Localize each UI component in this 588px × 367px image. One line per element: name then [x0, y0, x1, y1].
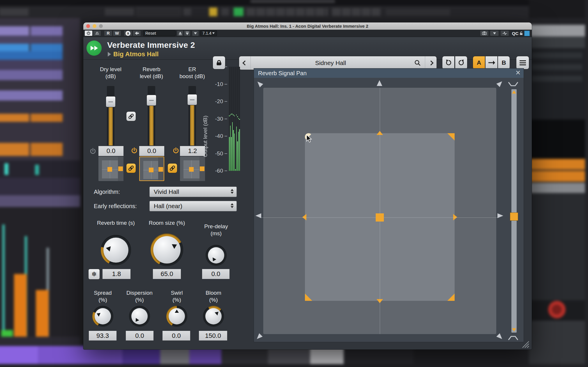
pan-center-handle[interactable]	[376, 213, 384, 222]
undo-icon	[445, 59, 452, 66]
previous-preset-button[interactable]	[177, 30, 183, 36]
write-automation-button[interactable]: W	[113, 30, 121, 36]
reverb-time-value[interactable]: 1.8	[103, 269, 130, 279]
region-edge-handle-right[interactable]	[453, 214, 457, 220]
region-corner-handle-bottom-right[interactable]	[447, 294, 455, 301]
preset-search-button[interactable]	[410, 56, 425, 70]
browse-next-button[interactable]	[425, 56, 437, 70]
dispersion-value[interactable]: 0.0	[126, 331, 153, 340]
height-slider-handle[interactable]	[510, 213, 518, 221]
pre-delay-knob[interactable]	[206, 245, 227, 266]
swirl-value[interactable]: 0.0	[163, 331, 190, 340]
er-power-toggle[interactable]	[172, 147, 180, 156]
room-size-value[interactable]: 65.0	[153, 269, 181, 279]
pan-position-handle[interactable]	[149, 168, 153, 172]
reverb-fader-handle[interactable]	[146, 95, 156, 106]
region-edge-handle-left[interactable]	[302, 214, 306, 220]
height-speakers-bottom-icon[interactable]	[508, 335, 518, 340]
read-automation-button[interactable]: R	[104, 30, 112, 36]
pan-position-handle[interactable]	[107, 167, 112, 172]
speaker-top-left-icon[interactable]	[255, 79, 264, 89]
ab-compare-a-button[interactable]: A	[473, 56, 485, 69]
plugin-power-button[interactable]	[84, 30, 93, 36]
signal-pulse-icon	[502, 31, 507, 36]
speaker-top-right-icon[interactable]	[495, 79, 505, 88]
qc-lock-button[interactable]	[519, 31, 524, 37]
preset-menu-button[interactable]	[192, 30, 199, 36]
link-dry-reverb-button[interactable]	[126, 111, 136, 121]
zoom-window-button[interactable]	[99, 24, 103, 28]
close-panel-icon[interactable]: ✕	[515, 69, 521, 77]
freeze-button[interactable]: ❄	[88, 269, 100, 280]
reverb-time-label: Reverb time (s)	[90, 220, 142, 226]
bg-block	[532, 52, 582, 58]
reverb-time-knob[interactable]	[101, 235, 131, 265]
reverb-level-value[interactable]: 0.0	[139, 146, 164, 156]
close-window-button[interactable]	[86, 24, 90, 28]
main-menu-button[interactable]	[516, 56, 529, 69]
resize-grip[interactable]	[521, 340, 529, 348]
speaker-bottom-right-icon[interactable]	[495, 332, 505, 342]
bg-block	[0, 8, 29, 16]
er-fader-handle[interactable]	[187, 94, 197, 105]
dry-pan-widget[interactable]	[98, 157, 123, 181]
automation-a-button[interactable]: a	[124, 30, 132, 36]
bypass-button[interactable]	[93, 30, 101, 36]
height-handle[interactable]	[158, 167, 163, 172]
plugin-window: Big Atmos Hall: Ins. 1 - Acon Digital Ve…	[83, 22, 532, 350]
snapshot-menu-button[interactable]	[490, 30, 499, 36]
next-preset-button[interactable]	[184, 30, 190, 36]
sidechain-button[interactable]	[500, 30, 509, 36]
redo-button[interactable]	[455, 56, 467, 69]
bloom-value[interactable]: 150.0	[199, 331, 227, 340]
bg-block	[0, 44, 29, 51]
ab-compare-b-button[interactable]: B	[498, 56, 510, 69]
spread-knob[interactable]	[92, 306, 113, 327]
pre-delay-value[interactable]: 0.0	[202, 269, 229, 279]
height-speakers-top-icon[interactable]	[508, 82, 518, 87]
early-reflections-select[interactable]: Hall (near)	[149, 201, 237, 211]
bloom-knob[interactable]	[203, 306, 224, 327]
link-pan-reverb-er-button[interactable]	[167, 163, 177, 173]
qc-focus-indicator[interactable]	[524, 31, 530, 36]
reverb-power-toggle[interactable]	[130, 147, 138, 156]
region-corner-handle-bottom-left[interactable]	[305, 294, 312, 301]
browse-previous-button[interactable]	[239, 56, 250, 70]
preset-name-text: Reset	[145, 31, 156, 36]
height-handle[interactable]	[118, 166, 123, 171]
spread-value[interactable]: 93.3	[89, 331, 116, 340]
speaker-bottom-left-icon[interactable]	[254, 332, 264, 342]
room-size-knob[interactable]	[151, 233, 183, 266]
bg-block	[137, 8, 181, 16]
pan-position-handle[interactable]	[189, 167, 194, 172]
bg-block	[0, 195, 80, 207]
preset-name-field[interactable]: Reset	[143, 30, 176, 36]
pan-field[interactable]	[263, 88, 496, 334]
region-corner-handle-top-right[interactable]	[447, 133, 455, 141]
reverb-pan-widget[interactable]	[139, 157, 164, 181]
undo-button[interactable]	[442, 56, 455, 69]
snapshot-button[interactable]	[480, 30, 489, 36]
er-pan-widget[interactable]	[180, 157, 205, 181]
er-boost-value[interactable]: 1.2	[180, 146, 205, 156]
dry-fader-handle[interactable]	[106, 96, 116, 107]
speaker-top-center-icon[interactable]	[375, 80, 384, 86]
speaker-mid-left-icon[interactable]	[255, 212, 261, 220]
preset-browser-name[interactable]: Sidney Hall	[251, 59, 410, 66]
bg-block	[4, 163, 8, 175]
version-dropdown[interactable]: 7.1.4	[200, 30, 217, 36]
dispersion-knob[interactable]	[129, 306, 150, 327]
ab-copy-button[interactable]	[485, 56, 498, 69]
crosshair-vertical-line	[380, 88, 380, 334]
quick-controls-button[interactable]: QC	[511, 30, 520, 36]
window-titlebar[interactable]: Big Atmos Hall: Ins. 1 - Acon Digital Ve…	[83, 22, 532, 30]
swirl-knob[interactable]	[166, 306, 187, 327]
speaker-mid-right-icon[interactable]	[497, 212, 503, 220]
dry-power-toggle[interactable]	[89, 147, 97, 156]
dry-level-value[interactable]: 0.0	[98, 146, 123, 156]
algorithm-select[interactable]: Vivid Hall	[149, 187, 237, 197]
minimize-window-button[interactable]	[93, 24, 96, 28]
link-pan-dry-reverb-button[interactable]	[126, 163, 136, 173]
switch-interface-button[interactable]	[133, 30, 141, 36]
height-slider-track[interactable]	[511, 89, 517, 333]
